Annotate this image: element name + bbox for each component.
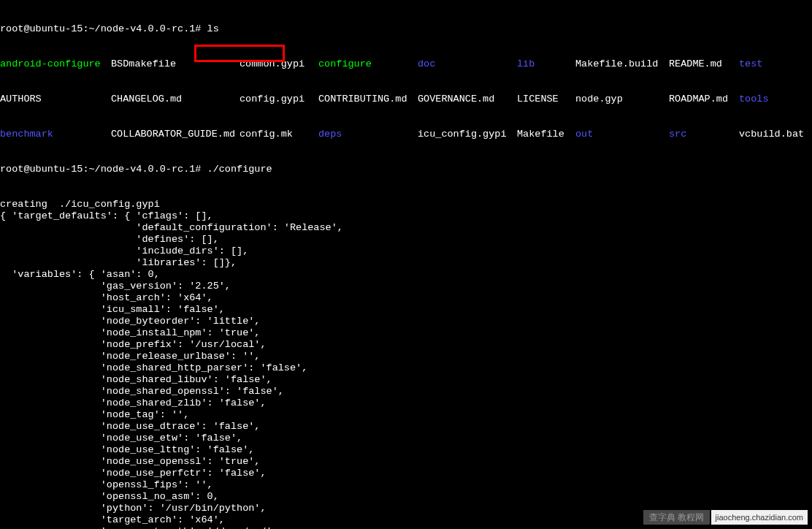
ls-output-row-3: benchmarkCOLLABORATOR_GUIDE.mdconfig.mkd… [0, 129, 812, 140]
ls-file-tools: tools [739, 94, 812, 105]
prompt-text: root@ubuntu-15:~/node-v4.0.0-rc.1# [0, 23, 207, 34]
output-line: 'node_install_npm': 'true', [0, 327, 812, 339]
watermark-url: jiaocheng.chazidian.com [711, 510, 808, 525]
ls-file-out: out [575, 129, 669, 140]
output-line: 'gas_version': '2.25', [0, 281, 812, 292]
ls-file-makefile: Makefile [517, 129, 575, 140]
ls-output-row-1: android-configureBSDmakefilecommon.gypic… [0, 58, 812, 70]
ls-file-src: src [669, 129, 739, 140]
output-line: 'node_byteorder': 'little', [0, 316, 812, 327]
output-line: 'openssl_fips': '', [0, 479, 812, 491]
ls-file-android-configure: android-configure [0, 58, 111, 70]
ls-file-governance-md: GOVERNANCE.md [418, 94, 517, 105]
ls-file-config-mk: config.mk [240, 129, 318, 140]
ls-file-config-gypi: config.gypi [240, 94, 318, 105]
terminal-window[interactable]: root@ubuntu-15:~/node-v4.0.0-rc.1# ls an… [0, 0, 812, 529]
ls-file-license: LICENSE [517, 94, 575, 105]
ls-file-collaborator-guide-md: COLLABORATOR_GUIDE.md [111, 129, 240, 140]
ls-file-configure: configure [318, 58, 418, 70]
output-line: 'variables': { 'asan': 0, [0, 269, 812, 281]
ls-file-test: test [739, 58, 812, 70]
output-line: 'libraries': []}, [0, 257, 812, 269]
prompt-line-1: root@ubuntu-15:~/node-v4.0.0-rc.1# ls [0, 23, 812, 35]
output-line: 'node_use_etw': 'false', [0, 433, 812, 444]
output-line: 'openssl_no_asm': 0, [0, 491, 812, 503]
output-line: 'node_prefix': '/usr/local', [0, 339, 812, 351]
ls-file-contributing-md: CONTRIBUTING.md [318, 94, 418, 105]
ls-file-changelog-md: CHANGELOG.md [111, 94, 240, 105]
ls-file-roadmap-md: ROADMAP.md [669, 94, 739, 105]
command-configure: ./configure [207, 164, 272, 175]
prompt-line-2: root@ubuntu-15:~/node-v4.0.0-rc.1# ./con… [0, 164, 812, 175]
configure-output: creating ./icu_config.gypi{ 'target_defa… [0, 199, 812, 529]
output-line: 'node_tag': '', [0, 409, 812, 421]
output-line: 'include_dirs': [], [0, 246, 812, 257]
output-line: 'node_use_lttng': 'false', [0, 444, 812, 456]
output-line: 'node_release_urlbase': '', [0, 351, 812, 362]
ls-file-benchmark: benchmark [0, 129, 111, 140]
output-line: 'node_shared_http_parser': 'false', [0, 362, 812, 374]
ls-file-bsdmakefile: BSDmakefile [111, 58, 240, 70]
ls-file-node-gyp: node.gyp [575, 94, 669, 105]
ls-file-authors: AUTHORS [0, 94, 111, 105]
ls-file-common-gypi: common.gypi [240, 58, 318, 70]
output-line: 'node_shared_libuv': 'false', [0, 374, 812, 386]
watermark-logo: 查字典 教程网 [643, 510, 710, 525]
ls-output-row-2: AUTHORSCHANGELOG.mdconfig.gypiCONTRIBUTI… [0, 94, 812, 105]
output-line: { 'target_defaults': { 'cflags': [], [0, 210, 812, 222]
output-line: creating ./icu_config.gypi [0, 199, 812, 210]
output-line: 'node_use_perfctr': 'false', [0, 468, 812, 479]
ls-file-makefile-build: Makefile.build [575, 58, 669, 70]
ls-file-lib: lib [517, 58, 575, 70]
output-line: 'node_use_openssl': 'true', [0, 456, 812, 468]
output-line: 'node_shared_openssl': 'false', [0, 386, 812, 397]
ls-file-doc: doc [418, 58, 517, 70]
output-line: 'node_use_dtrace': 'false', [0, 421, 812, 433]
ls-file-readme-md: README.md [669, 58, 739, 70]
command-ls: ls [207, 23, 219, 34]
ls-file-deps: deps [318, 129, 418, 140]
output-line: 'defines': [], [0, 234, 812, 246]
output-line: 'icu_small': 'false', [0, 304, 812, 316]
prompt-text: root@ubuntu-15:~/node-v4.0.0-rc.1# [0, 164, 207, 175]
ls-file-vcbuild-bat: vcbuild.bat [739, 129, 812, 140]
output-line: 'default_configuration': 'Release', [0, 222, 812, 234]
output-line: 'node_shared_zlib': 'false', [0, 397, 812, 409]
ls-file-icu-config-gypi: icu_config.gypi [418, 129, 517, 140]
output-line: 'uv_parent_path': '/deps/uv/', [0, 526, 812, 529]
output-line: 'host_arch': 'x64', [0, 292, 812, 304]
